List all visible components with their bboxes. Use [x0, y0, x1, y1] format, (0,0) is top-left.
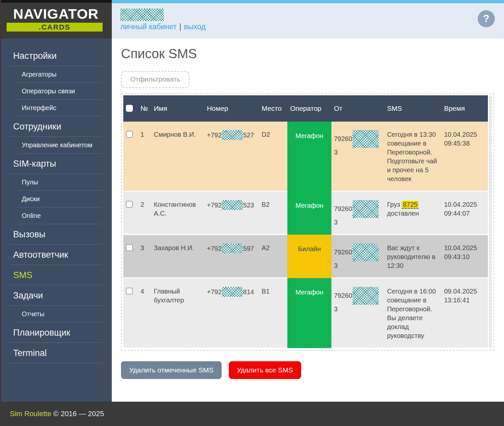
sidebar-item-settings[interactable]: Настройки [0, 46, 112, 66]
phone-redacted [222, 200, 243, 210]
sidebar-item-employees[interactable]: Сотрудники [0, 116, 112, 136]
app-window: NAVIGATOR .CARDS личный кабинет|выход ? … [0, 0, 504, 426]
sms-row: 4 Главный бухгалтер +792814 B1 Мегафон 7… [123, 278, 488, 348]
row-name: Смирнов В.И. [151, 122, 204, 191]
row-num: 4 [136, 278, 151, 348]
col-from: От [331, 95, 384, 122]
sidebar-item-label: Автоответчик [13, 250, 68, 260]
row-time: 09.04.202513:16:41 [442, 278, 488, 348]
operator-badge: Мегафон [287, 191, 331, 235]
sidebar-item-cabinet-management[interactable]: Управление кабинетом [0, 137, 112, 153]
sidebar-separator [9, 305, 102, 306]
sidebar-item-calls[interactable]: Вызовы [0, 224, 112, 244]
sidebar-item-label: Настройки [13, 51, 57, 61]
row-place: A2 [259, 235, 288, 278]
top-accent-strip [112, 0, 504, 3]
sidebar-item-scheduler[interactable]: Планировщик [0, 322, 112, 343]
sms-table: № Имя Номер Место Оператор От SMS Время [123, 95, 488, 348]
sidebar-separator [9, 244, 102, 245]
sidebar-item-reports[interactable]: Отчеты [0, 306, 112, 322]
col-operator: Оператор [287, 95, 331, 122]
sidebar-item-label: Агрегаторы [22, 71, 57, 78]
row-num: 3 [136, 235, 151, 278]
row-checkbox[interactable] [126, 131, 133, 138]
header-links: личный кабинет|выход [120, 22, 205, 31]
sidebar-separator [9, 265, 102, 265]
footer-brand-link[interactable]: Sim Roulette [10, 410, 51, 418]
left-edge-accent [0, 0, 1, 402]
sidebar-separator [17, 116, 102, 116]
col-sms: SMS [384, 95, 442, 122]
row-number: +792523 [204, 191, 259, 235]
sidebar-separator [9, 285, 102, 285]
sidebar-item-pools[interactable]: Пулы [0, 174, 112, 190]
select-all-checkbox[interactable] [126, 105, 133, 112]
sidebar-item-terminal[interactable]: Terminal [0, 343, 112, 363]
sidebar-item-label: Terminal [13, 348, 47, 358]
row-sms-text: Сегодня в 13:30 совещание в Переговорной… [384, 122, 442, 191]
logout-link[interactable]: выход [184, 22, 205, 31]
sms-row: 1 Смирнов В.И. +792527 D2 Мегафон 792603… [123, 122, 488, 191]
row-sms-text: Груз 8725 доставлен [384, 191, 442, 235]
sidebar: НастройкиАгрегаторыОператоры связиИнтерф… [0, 38, 112, 402]
sidebar-separator [17, 224, 102, 224]
from-redacted [352, 244, 379, 261]
col-number: Номер [204, 95, 259, 122]
header-checkbox-cell [123, 95, 136, 122]
from-redacted [352, 287, 379, 305]
sidebar-separator [9, 136, 102, 137]
row-checkbox[interactable] [126, 288, 133, 295]
row-sms-text: Вас ждут к руководителю в 12:30 [384, 235, 442, 278]
operator-badge: Мегафон [287, 278, 331, 348]
row-name: Константинов А.С. [151, 191, 204, 235]
row-checkbox[interactable] [126, 244, 133, 251]
from-redacted [352, 200, 379, 218]
account-link[interactable]: личный кабинет [120, 22, 177, 31]
footer-copyright: © 2016 — 2025 [53, 410, 104, 418]
row-time: 10.04.202509:45:38 [442, 122, 488, 191]
phone-redacted [222, 130, 243, 140]
sidebar-item-telecom-operators[interactable]: Операторы связи [0, 83, 112, 99]
col-place: Место [259, 95, 288, 122]
sidebar-item-online[interactable]: Online [0, 207, 112, 224]
row-place: B2 [259, 191, 288, 235]
operator-badge: Билайн [287, 235, 331, 278]
sidebar-item-autoresponder[interactable]: Автоответчик [0, 245, 112, 265]
sidebar-item-label: Интерфейс [22, 104, 56, 111]
phone-redacted [222, 244, 243, 253]
sidebar-item-label: Online [22, 212, 41, 219]
footer-text: Sim Roulette © 2016 — 2025 [10, 410, 104, 418]
sms-highlighted-number: 8725 [402, 201, 419, 209]
sidebar-item-tasks[interactable]: Задачи [0, 285, 112, 305]
phone-redacted [222, 287, 243, 297]
footer: Sim Roulette © 2016 — 2025 [0, 402, 504, 426]
sidebar-item-sms[interactable]: SMS [0, 265, 112, 285]
link-separator: | [179, 22, 181, 31]
row-number: +792597 [204, 235, 259, 278]
row-time: 10.04.202509:44:07 [442, 191, 488, 235]
table-actions: Удалить отмеченные SMS Удалить все SMS [121, 361, 504, 379]
table-scrollbar[interactable] [489, 96, 492, 348]
sidebar-separator [9, 174, 102, 174]
col-name: Имя [151, 95, 204, 122]
row-from: 792603 [331, 191, 384, 235]
row-checkbox[interactable] [126, 201, 133, 208]
sidebar-item-aggregators[interactable]: Агрегаторы [0, 66, 112, 83]
filter-button[interactable]: Отфильтровать [121, 71, 189, 88]
sidebar-item-interface[interactable]: Интерфейс [0, 100, 112, 116]
delete-all-button[interactable]: Удалить все SMS [229, 361, 301, 379]
row-from: 792603 [331, 235, 384, 278]
sms-row: 3 Захаров Н.И. +792597 A2 Билайн 792603 … [123, 235, 488, 278]
logo[interactable]: NAVIGATOR .CARDS [0, 0, 112, 38]
sidebar-item-disks[interactable]: Диски [0, 191, 112, 207]
sidebar-item-label: Управление кабинетом [22, 141, 92, 149]
help-icon[interactable]: ? [478, 10, 495, 27]
row-number: +792527 [204, 122, 259, 191]
sidebar-item-label: Планировщик [13, 328, 70, 338]
row-place: D2 [259, 122, 288, 191]
row-sms-text: Сегодня в 16:00 совещание в Переговорной… [384, 278, 442, 348]
logo-name: NAVIGATOR [0, 6, 112, 22]
table-header-row: № Имя Номер Место Оператор От SMS Время [123, 95, 488, 122]
sidebar-item-sim-cards[interactable]: SIM-карты [0, 154, 112, 174]
delete-selected-button[interactable]: Удалить отмеченные SMS [121, 361, 222, 379]
